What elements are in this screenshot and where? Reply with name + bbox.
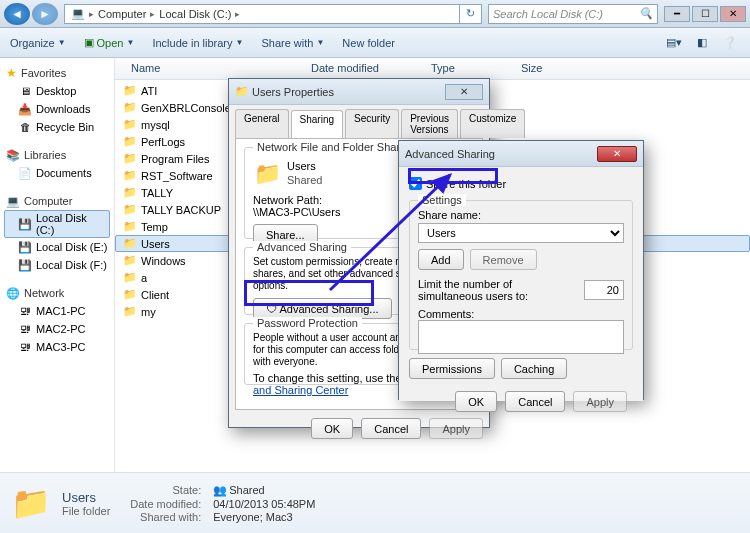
folder-icon xyxy=(123,305,137,319)
path-drive[interactable]: Local Disk (C:) xyxy=(159,8,231,20)
nav-network[interactable]: Network xyxy=(4,284,110,302)
add-share-button[interactable]: Add xyxy=(418,249,464,270)
folder-icon xyxy=(123,254,137,268)
maximize-button[interactable]: ☐ xyxy=(692,6,718,22)
tab-customize[interactable]: Customize xyxy=(460,109,525,138)
nav-drive-c[interactable]: Local Disk (C:) xyxy=(4,210,110,238)
new-folder-button[interactable]: New folder xyxy=(342,37,395,49)
nav-favorites[interactable]: ★Favorites xyxy=(4,64,110,82)
nav-computer[interactable]: Computer xyxy=(4,192,110,210)
preview-pane-button[interactable]: ◧ xyxy=(692,33,712,53)
nav-drive-f[interactable]: Local Disk (F:) xyxy=(4,256,110,274)
shared-with-value: Everyone; Mac3 xyxy=(213,511,315,523)
folder-icon xyxy=(123,220,137,234)
folder-icon xyxy=(123,135,137,149)
nav-drive-e[interactable]: Local Disk (E:) xyxy=(4,238,110,256)
modified-value: 04/10/2013 05:48PM xyxy=(213,498,315,510)
props-apply-button[interactable]: Apply xyxy=(429,418,483,439)
folder-icon xyxy=(123,288,137,302)
nav-desktop[interactable]: Desktop xyxy=(4,82,110,100)
computer-icon: 💻 xyxy=(71,7,85,20)
share-this-folder-checkbox[interactable]: Share this folder xyxy=(409,177,633,190)
advanced-sharing-button[interactable]: 🛡 Advanced Sharing... xyxy=(253,298,392,319)
share-with-menu[interactable]: Share with▼ xyxy=(261,37,324,49)
dialog-title: Advanced Sharing xyxy=(405,148,495,160)
tab-security[interactable]: Security xyxy=(345,109,399,138)
folder-icon xyxy=(123,186,137,200)
nav-mac3[interactable]: MAC3-PC xyxy=(4,338,110,356)
comments-textarea[interactable] xyxy=(418,320,624,354)
permissions-button[interactable]: Permissions xyxy=(409,358,495,379)
props-ok-button[interactable]: OK xyxy=(311,418,353,439)
comments-label: Comments: xyxy=(418,308,624,320)
include-library-menu[interactable]: Include in library▼ xyxy=(152,37,243,49)
nav-mac1[interactable]: MAC1-PC xyxy=(4,302,110,320)
open-button[interactable]: ▣Open▼ xyxy=(84,36,135,49)
tab-previous-versions[interactable]: Previous Versions xyxy=(401,109,458,138)
dialog-title: Users Properties xyxy=(252,86,334,98)
nav-mac2[interactable]: MAC2-PC xyxy=(4,320,110,338)
folder-icon xyxy=(123,84,137,98)
nav-downloads[interactable]: Downloads xyxy=(4,100,110,118)
adv-ok-button[interactable]: OK xyxy=(455,391,497,412)
details-type: File folder xyxy=(62,505,110,517)
minimize-button[interactable]: ━ xyxy=(664,6,690,22)
window-titlebar: ◄ ► 💻 ▸ Computer ▸ Local Disk (C:) ▸ ↻ S… xyxy=(0,0,750,28)
nav-libraries[interactable]: Libraries xyxy=(4,146,110,164)
remove-share-button[interactable]: Remove xyxy=(470,249,537,270)
search-input[interactable]: Search Local Disk (C:) 🔍 xyxy=(488,4,658,24)
adv-close-button[interactable]: ✕ xyxy=(597,146,637,162)
search-icon: 🔍 xyxy=(639,7,653,20)
nav-forward-button[interactable]: ► xyxy=(32,3,58,25)
explorer-toolbar: Organize▼ ▣Open▼ Include in library▼ Sha… xyxy=(0,28,750,58)
nav-back-button[interactable]: ◄ xyxy=(4,3,30,25)
folder-icon xyxy=(123,237,137,251)
share-name-label: Share name: xyxy=(418,209,624,221)
share-name-select[interactable]: Users xyxy=(418,223,624,243)
close-button[interactable]: ✕ xyxy=(720,6,746,22)
column-headers[interactable]: Name Date modified Type Size xyxy=(115,58,750,80)
nav-recycle[interactable]: Recycle Bin xyxy=(4,118,110,136)
organize-menu[interactable]: Organize▼ xyxy=(10,37,66,49)
address-bar[interactable]: 💻 ▸ Computer ▸ Local Disk (C:) ▸ xyxy=(64,4,460,24)
details-name: Users xyxy=(62,490,110,505)
state-value: Shared xyxy=(213,484,315,497)
adv-cancel-button[interactable]: Cancel xyxy=(505,391,565,412)
caching-button[interactable]: Caching xyxy=(501,358,567,379)
tab-general[interactable]: General xyxy=(235,109,289,138)
folder-icon xyxy=(123,118,137,132)
folder-icon xyxy=(123,271,137,285)
folder-icon xyxy=(123,152,137,166)
tab-sharing[interactable]: Sharing xyxy=(291,110,343,139)
path-computer[interactable]: Computer xyxy=(98,8,146,20)
help-button[interactable]: ❔ xyxy=(720,33,740,53)
refresh-button[interactable]: ↻ xyxy=(460,4,482,24)
view-menu[interactable]: ▤ ▾ xyxy=(664,33,684,53)
limit-label: Limit the number of simultaneous users t… xyxy=(418,278,578,302)
folder-icon xyxy=(123,169,137,183)
folder-icon: 📁 xyxy=(235,85,249,98)
props-close-button[interactable]: ✕ xyxy=(445,84,483,100)
nav-documents[interactable]: Documents xyxy=(4,164,110,182)
shield-icon: 🛡 xyxy=(266,303,277,315)
adv-apply-button[interactable]: Apply xyxy=(573,391,627,412)
limit-users-input[interactable] xyxy=(584,280,624,300)
props-cancel-button[interactable]: Cancel xyxy=(361,418,421,439)
nav-pane: ★Favorites Desktop Downloads Recycle Bin… xyxy=(0,58,115,472)
folder-icon: 📁 xyxy=(253,160,281,188)
folder-icon xyxy=(123,203,137,217)
folder-icon: 📁 xyxy=(10,482,52,524)
folder-icon xyxy=(123,101,137,115)
advanced-sharing-dialog: Advanced Sharing ✕ Share this folder Set… xyxy=(398,140,644,400)
details-pane: 📁 Users File folder State: Shared Date m… xyxy=(0,472,750,533)
